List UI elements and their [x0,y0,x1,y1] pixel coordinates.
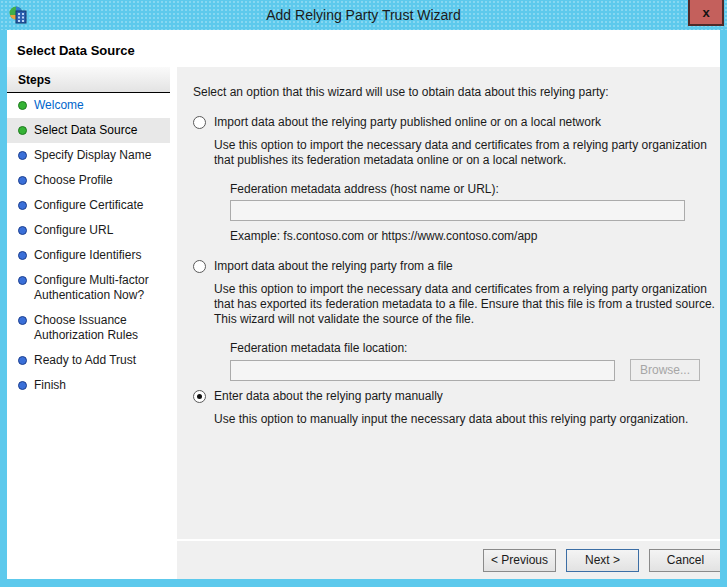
step-bullet-icon [18,381,27,390]
step-label: Configure URL [34,223,113,238]
step-bullet-icon [18,251,27,260]
main-panel: Select an option that this wizard will u… [177,67,720,579]
steps-sidebar: Steps WelcomeSelect Data SourceSpecify D… [7,67,170,579]
metadata-file-label: Federation metadata file location: [230,341,719,355]
option-import-file-label: Import data about the relying party from… [214,259,453,273]
sidebar-item-ready-to-add-trust: Ready to Add Trust [7,348,170,373]
step-bullet-icon [18,101,27,110]
step-bullet-icon [18,151,27,160]
step-label: Configure Identifiers [34,248,141,263]
step-bullet-icon [18,126,27,135]
step-label: Select Data Source [34,123,137,138]
step-label: Configure Certificate [34,198,143,213]
step-bullet-icon [18,201,27,210]
step-bullet-icon [18,276,27,285]
step-bullet-icon [18,226,27,235]
metadata-address-label: Federation metadata address (host name o… [230,182,719,196]
intro-text: Select an option that this wizard will u… [193,85,719,99]
option-enter-manually-label: Enter data about the relying party manua… [214,389,443,403]
option-import-online-description: Use this option to import the necessary … [214,138,719,168]
sidebar-item-choose-issuance-authorization-rules: Choose Issuance Authorization Rules [7,308,170,348]
close-icon: x [702,5,709,20]
previous-button[interactable]: < Previous [483,549,556,572]
close-button[interactable]: x [688,0,724,26]
footer-button-bar: < Previous Next > Cancel [177,539,720,579]
sidebar-item-configure-identifiers: Configure Identifiers [7,243,170,268]
radio-import-file[interactable] [193,260,206,273]
step-label: Choose Profile [34,173,113,188]
sidebar-item-configure-multi-factor-authentication-now: Configure Multi-factor Authentication No… [7,268,170,308]
option-import-online-label: Import data about the relying party publ… [214,115,601,129]
sidebar-item-finish: Finish [7,373,170,398]
wizard-dialog: Select Data Source Steps WelcomeSelect D… [7,30,720,579]
step-label: Welcome [34,98,84,113]
step-label: Ready to Add Trust [34,353,136,368]
step-label: Choose Issuance Authorization Rules [34,313,166,343]
sidebar-item-welcome[interactable]: Welcome [7,93,170,118]
sidebar-item-choose-profile: Choose Profile [7,168,170,193]
metadata-file-input[interactable] [230,360,615,381]
sidebar-item-configure-certificate: Configure Certificate [7,193,170,218]
sidebar-item-select-data-source: Select Data Source [7,118,170,143]
steps-list: WelcomeSelect Data SourceSpecify Display… [7,93,170,398]
option-enter-manually[interactable]: Enter data about the relying party manua… [193,389,719,403]
step-bullet-icon [18,316,27,325]
step-label: Finish [34,378,66,393]
option-import-online[interactable]: Import data about the relying party publ… [193,115,719,129]
sidebar-item-specify-display-name: Specify Display Name [7,143,170,168]
radio-enter-manually[interactable] [193,390,206,403]
browse-button[interactable]: Browse... [630,359,700,381]
step-bullet-icon [18,176,27,185]
metadata-address-example: Example: fs.contoso.com or https://www.c… [230,229,719,243]
radio-import-online[interactable] [193,116,206,129]
sidebar-item-configure-url: Configure URL [7,218,170,243]
steps-header: Steps [7,67,170,93]
option-enter-manually-description: Use this option to manually input the ne… [214,412,719,427]
page-title: Select Data Source [17,43,710,58]
step-bullet-icon [18,356,27,365]
step-label: Specify Display Name [34,148,151,163]
option-import-file[interactable]: Import data about the relying party from… [193,259,719,273]
title-bar: Add Relying Party Trust Wizard x [0,0,727,30]
page-header: Select Data Source [7,30,720,67]
window-title: Add Relying Party Trust Wizard [0,7,727,23]
step-label: Configure Multi-factor Authentication No… [34,273,166,303]
metadata-address-input[interactable] [230,200,685,221]
wizard-window: Add Relying Party Trust Wizard x Select … [0,0,727,587]
option-import-file-description: Use this option to import the necessary … [214,282,719,327]
next-button[interactable]: Next > [566,549,639,572]
cancel-button[interactable]: Cancel [649,549,720,572]
